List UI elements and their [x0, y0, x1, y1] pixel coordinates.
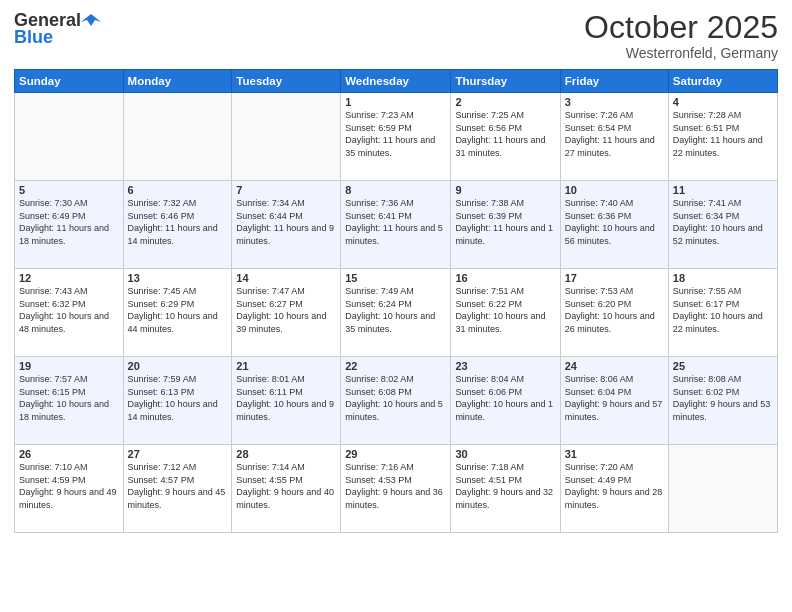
day-info: Sunrise: 7:28 AM Sunset: 6:51 PM Dayligh…	[673, 109, 773, 159]
day-info: Sunrise: 7:45 AM Sunset: 6:29 PM Dayligh…	[128, 285, 228, 335]
title-block: October 2025 Westerronfeld, Germany	[584, 10, 778, 61]
day-info: Sunrise: 7:18 AM Sunset: 4:51 PM Dayligh…	[455, 461, 555, 511]
day-info: Sunrise: 8:01 AM Sunset: 6:11 PM Dayligh…	[236, 373, 336, 423]
day-number: 12	[19, 272, 119, 284]
day-number: 4	[673, 96, 773, 108]
day-number: 15	[345, 272, 446, 284]
calendar-cell: 21Sunrise: 8:01 AM Sunset: 6:11 PM Dayli…	[232, 357, 341, 445]
calendar-cell: 6Sunrise: 7:32 AM Sunset: 6:46 PM Daylig…	[123, 181, 232, 269]
calendar-cell: 26Sunrise: 7:10 AM Sunset: 4:59 PM Dayli…	[15, 445, 124, 533]
day-number: 30	[455, 448, 555, 460]
calendar-cell: 25Sunrise: 8:08 AM Sunset: 6:02 PM Dayli…	[668, 357, 777, 445]
calendar-cell: 10Sunrise: 7:40 AM Sunset: 6:36 PM Dayli…	[560, 181, 668, 269]
day-info: Sunrise: 7:16 AM Sunset: 4:53 PM Dayligh…	[345, 461, 446, 511]
day-info: Sunrise: 7:23 AM Sunset: 6:59 PM Dayligh…	[345, 109, 446, 159]
day-number: 19	[19, 360, 119, 372]
day-number: 3	[565, 96, 664, 108]
day-number: 16	[455, 272, 555, 284]
day-number: 26	[19, 448, 119, 460]
day-info: Sunrise: 7:41 AM Sunset: 6:34 PM Dayligh…	[673, 197, 773, 247]
logo: General Blue	[14, 10, 101, 48]
calendar-cell: 7Sunrise: 7:34 AM Sunset: 6:44 PM Daylig…	[232, 181, 341, 269]
day-info: Sunrise: 7:53 AM Sunset: 6:20 PM Dayligh…	[565, 285, 664, 335]
calendar-cell: 19Sunrise: 7:57 AM Sunset: 6:15 PM Dayli…	[15, 357, 124, 445]
calendar-cell: 24Sunrise: 8:06 AM Sunset: 6:04 PM Dayli…	[560, 357, 668, 445]
day-info: Sunrise: 7:59 AM Sunset: 6:13 PM Dayligh…	[128, 373, 228, 423]
calendar-cell: 29Sunrise: 7:16 AM Sunset: 4:53 PM Dayli…	[341, 445, 451, 533]
day-number: 20	[128, 360, 228, 372]
day-info: Sunrise: 7:26 AM Sunset: 6:54 PM Dayligh…	[565, 109, 664, 159]
calendar-cell: 12Sunrise: 7:43 AM Sunset: 6:32 PM Dayli…	[15, 269, 124, 357]
location-subtitle: Westerronfeld, Germany	[584, 45, 778, 61]
day-number: 13	[128, 272, 228, 284]
day-info: Sunrise: 8:02 AM Sunset: 6:08 PM Dayligh…	[345, 373, 446, 423]
day-number: 28	[236, 448, 336, 460]
day-number: 31	[565, 448, 664, 460]
calendar-week-2: 12Sunrise: 7:43 AM Sunset: 6:32 PM Dayli…	[15, 269, 778, 357]
calendar-cell: 5Sunrise: 7:30 AM Sunset: 6:49 PM Daylig…	[15, 181, 124, 269]
calendar-cell: 4Sunrise: 7:28 AM Sunset: 6:51 PM Daylig…	[668, 93, 777, 181]
day-info: Sunrise: 7:47 AM Sunset: 6:27 PM Dayligh…	[236, 285, 336, 335]
day-info: Sunrise: 7:49 AM Sunset: 6:24 PM Dayligh…	[345, 285, 446, 335]
day-number: 11	[673, 184, 773, 196]
calendar-cell	[123, 93, 232, 181]
calendar-cell: 15Sunrise: 7:49 AM Sunset: 6:24 PM Dayli…	[341, 269, 451, 357]
day-number: 7	[236, 184, 336, 196]
day-info: Sunrise: 7:57 AM Sunset: 6:15 PM Dayligh…	[19, 373, 119, 423]
calendar-cell	[668, 445, 777, 533]
day-info: Sunrise: 7:40 AM Sunset: 6:36 PM Dayligh…	[565, 197, 664, 247]
calendar-cell: 27Sunrise: 7:12 AM Sunset: 4:57 PM Dayli…	[123, 445, 232, 533]
calendar-cell	[15, 93, 124, 181]
calendar-cell: 18Sunrise: 7:55 AM Sunset: 6:17 PM Dayli…	[668, 269, 777, 357]
calendar-cell: 28Sunrise: 7:14 AM Sunset: 4:55 PM Dayli…	[232, 445, 341, 533]
day-number: 10	[565, 184, 664, 196]
calendar-cell: 14Sunrise: 7:47 AM Sunset: 6:27 PM Dayli…	[232, 269, 341, 357]
calendar-cell: 22Sunrise: 8:02 AM Sunset: 6:08 PM Dayli…	[341, 357, 451, 445]
logo-text-blue: Blue	[14, 27, 53, 48]
col-thursday: Thursday	[451, 70, 560, 93]
day-number: 14	[236, 272, 336, 284]
day-info: Sunrise: 7:25 AM Sunset: 6:56 PM Dayligh…	[455, 109, 555, 159]
day-info: Sunrise: 7:32 AM Sunset: 6:46 PM Dayligh…	[128, 197, 228, 247]
calendar-week-3: 19Sunrise: 7:57 AM Sunset: 6:15 PM Dayli…	[15, 357, 778, 445]
col-wednesday: Wednesday	[341, 70, 451, 93]
day-info: Sunrise: 7:20 AM Sunset: 4:49 PM Dayligh…	[565, 461, 664, 511]
col-tuesday: Tuesday	[232, 70, 341, 93]
day-number: 9	[455, 184, 555, 196]
day-number: 27	[128, 448, 228, 460]
day-info: Sunrise: 7:55 AM Sunset: 6:17 PM Dayligh…	[673, 285, 773, 335]
calendar-cell: 1Sunrise: 7:23 AM Sunset: 6:59 PM Daylig…	[341, 93, 451, 181]
day-info: Sunrise: 7:51 AM Sunset: 6:22 PM Dayligh…	[455, 285, 555, 335]
calendar-week-0: 1Sunrise: 7:23 AM Sunset: 6:59 PM Daylig…	[15, 93, 778, 181]
day-info: Sunrise: 8:04 AM Sunset: 6:06 PM Dayligh…	[455, 373, 555, 423]
day-number: 22	[345, 360, 446, 372]
day-info: Sunrise: 7:38 AM Sunset: 6:39 PM Dayligh…	[455, 197, 555, 247]
calendar-cell: 31Sunrise: 7:20 AM Sunset: 4:49 PM Dayli…	[560, 445, 668, 533]
calendar-header-row: Sunday Monday Tuesday Wednesday Thursday…	[15, 70, 778, 93]
day-info: Sunrise: 8:08 AM Sunset: 6:02 PM Dayligh…	[673, 373, 773, 423]
calendar-cell: 17Sunrise: 7:53 AM Sunset: 6:20 PM Dayli…	[560, 269, 668, 357]
day-info: Sunrise: 7:12 AM Sunset: 4:57 PM Dayligh…	[128, 461, 228, 511]
day-info: Sunrise: 7:34 AM Sunset: 6:44 PM Dayligh…	[236, 197, 336, 247]
day-number: 2	[455, 96, 555, 108]
calendar-table: Sunday Monday Tuesday Wednesday Thursday…	[14, 69, 778, 533]
day-info: Sunrise: 7:36 AM Sunset: 6:41 PM Dayligh…	[345, 197, 446, 247]
day-info: Sunrise: 7:14 AM Sunset: 4:55 PM Dayligh…	[236, 461, 336, 511]
calendar-cell: 2Sunrise: 7:25 AM Sunset: 6:56 PM Daylig…	[451, 93, 560, 181]
day-number: 6	[128, 184, 228, 196]
month-title: October 2025	[584, 10, 778, 45]
day-number: 5	[19, 184, 119, 196]
day-number: 8	[345, 184, 446, 196]
day-number: 24	[565, 360, 664, 372]
calendar-cell: 23Sunrise: 8:04 AM Sunset: 6:06 PM Dayli…	[451, 357, 560, 445]
day-number: 21	[236, 360, 336, 372]
day-info: Sunrise: 7:43 AM Sunset: 6:32 PM Dayligh…	[19, 285, 119, 335]
calendar-cell: 20Sunrise: 7:59 AM Sunset: 6:13 PM Dayli…	[123, 357, 232, 445]
day-number: 25	[673, 360, 773, 372]
day-number: 29	[345, 448, 446, 460]
col-monday: Monday	[123, 70, 232, 93]
calendar-cell: 13Sunrise: 7:45 AM Sunset: 6:29 PM Dayli…	[123, 269, 232, 357]
calendar-week-1: 5Sunrise: 7:30 AM Sunset: 6:49 PM Daylig…	[15, 181, 778, 269]
svg-marker-0	[81, 14, 101, 26]
calendar-cell: 11Sunrise: 7:41 AM Sunset: 6:34 PM Dayli…	[668, 181, 777, 269]
